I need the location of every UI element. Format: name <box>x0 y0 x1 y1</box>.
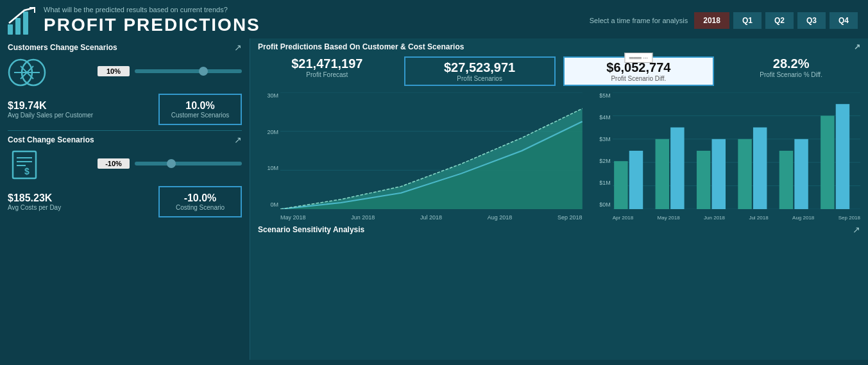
x-label-jun: Jun 2018 <box>351 214 375 221</box>
time-btn-2018[interactable]: 2018 <box>694 12 729 29</box>
time-btn-q3[interactable]: Q3 <box>797 12 826 29</box>
cost-metric-row: $185.23K Avg Costs per Day -10.0% Costin… <box>8 186 242 217</box>
receipt-icon: $ <box>8 149 46 181</box>
right-title-text: Profit Predictions Based On Customer & C… <box>258 42 464 51</box>
cost-metric-group: $185.23K Avg Costs per Day <box>8 192 61 211</box>
time-btn-q2[interactable]: Q2 <box>765 12 794 29</box>
by-label-5m: $5M <box>599 92 611 99</box>
kpi-profit-pct-diff: 28.2% Profit Scenario % Diff. <box>722 56 860 78</box>
line-chart-y-labels: 30M 20M 10M 0M <box>258 92 278 208</box>
y-label-10m: 10M <box>267 165 278 171</box>
svg-rect-35 <box>821 115 834 209</box>
kpi-profit-scenarios-label: Profit Scenarios <box>411 75 549 82</box>
svg-rect-34 <box>794 139 808 209</box>
cost-slider-track[interactable] <box>135 162 242 166</box>
bottom-title: Scenario Sensitivity Analysis <box>258 225 364 234</box>
customer-metric-label: Avg Daily Sales per Customer <box>8 112 93 119</box>
bx-label-may: May 2018 <box>658 215 680 221</box>
by-label-2m: $2M <box>599 158 611 164</box>
time-selector: Select a time frame for analysis 2018 Q1… <box>590 12 858 29</box>
header: What will be the predicted results based… <box>0 0 868 38</box>
bx-label-sep: Sep 2018 <box>838 215 860 221</box>
cost-slider-thumb[interactable] <box>167 159 176 168</box>
x-label-aug: Aug 2018 <box>488 214 513 221</box>
svg-rect-0 <box>8 24 13 35</box>
x-label-may: May 2018 <box>280 214 306 221</box>
header-text: What will be the predicted results based… <box>44 6 590 35</box>
header-title: PROFIT PREDICTIONS <box>44 15 590 35</box>
customer-scenario-label: Customer Scenarios <box>170 112 230 119</box>
kpi-profit-forecast: $21,471,197 Profit Forecast <box>258 56 396 78</box>
line-chart-area <box>280 92 583 209</box>
svg-rect-31 <box>738 139 751 209</box>
customer-scenario-pct: 10.0% <box>170 100 230 112</box>
svg-rect-30 <box>711 139 725 209</box>
cost-scenario-label: Costing Scenario <box>170 204 230 211</box>
divider-1 <box>8 130 242 131</box>
cost-slider-value: -10% <box>98 158 130 169</box>
time-btn-q4[interactable]: Q4 <box>830 12 858 29</box>
by-label-4m: $4M <box>599 114 611 121</box>
bar-chart-area <box>613 92 860 209</box>
kpi-profit-diff-label: Profit Scenario Diff. <box>570 75 708 82</box>
svg-rect-33 <box>779 151 792 209</box>
customer-slider-area: 10% <box>98 66 242 76</box>
by-label-1m: $1M <box>599 180 611 186</box>
tooltip-box: ═══ ··· <box>625 53 652 63</box>
customer-slider-value: 10% <box>98 66 130 76</box>
cost-area: $ -10% <box>8 149 242 181</box>
kpi-profit-diff: ═══ ··· $6,052,774 Profit Scenario Diff. <box>563 56 715 86</box>
profit-chart-icon <box>6 5 37 36</box>
trend-icon-bottom: ↗ <box>853 225 860 235</box>
header-subtitle: What will be the predicted results based… <box>44 6 590 13</box>
svg-text:$: $ <box>24 166 30 176</box>
y-label-30m: 30M <box>267 92 278 99</box>
bottom-section: Scenario Sensitivity Analysis ↗ <box>258 225 860 235</box>
svg-rect-32 <box>753 128 767 209</box>
bar-chart-x-labels: Apr 2018 May 2018 Jun 2018 Jul 2018 Aug … <box>613 215 860 221</box>
bx-label-jun: Jun 2018 <box>704 215 725 221</box>
customer-section-header: Customers Change Scenarios ↗ <box>8 42 242 53</box>
bar-chart: $5M $4M $3M $2M $1M $0M <box>590 92 860 221</box>
line-chart: 30M 20M 10M 0M <box>258 92 583 221</box>
y-label-0m: 0M <box>270 201 278 208</box>
svg-rect-1 <box>15 18 21 35</box>
by-label-3m: $3M <box>599 136 611 142</box>
cost-section-title: Cost Change Scenarios <box>8 135 94 144</box>
trend-icon-right: ↗ <box>854 42 860 51</box>
trend-icon-customer: ↗ <box>234 42 242 53</box>
tooltip-line: ═══ ··· <box>629 55 648 61</box>
kpi-profit-pct-diff-label: Profit Scenario % Diff. <box>722 71 860 78</box>
customer-slider-container: 10% <box>53 66 242 79</box>
trend-icon-cost: ↗ <box>234 135 242 145</box>
bx-label-aug: Aug 2018 <box>792 215 814 221</box>
handshake-icon <box>8 56 46 89</box>
kpi-row: $21,471,197 Profit Forecast $27,523,971 … <box>258 56 860 86</box>
kpi-profit-forecast-value: $21,471,197 <box>258 56 396 71</box>
cost-scenario-pct: -10.0% <box>170 192 230 204</box>
time-btn-q1[interactable]: Q1 <box>733 12 762 29</box>
customer-section-title: Customers Change Scenarios <box>8 43 117 52</box>
cost-metric-label: Avg Costs per Day <box>8 204 61 211</box>
svg-rect-26 <box>629 151 642 209</box>
bx-label-apr: Apr 2018 <box>613 215 633 221</box>
kpi-profit-forecast-label: Profit Forecast <box>258 71 396 78</box>
svg-rect-29 <box>697 151 710 209</box>
main-content: Customers Change Scenarios ↗ 10% <box>0 38 868 360</box>
cost-scenario-box: -10.0% Costing Scenario <box>158 186 242 217</box>
y-label-20m: 20M <box>267 129 278 135</box>
cost-section-header: Cost Change Scenarios ↗ <box>8 135 242 145</box>
customer-metric-row: $19.74K Avg Daily Sales per Customer 10.… <box>8 94 242 125</box>
customer-slider-track[interactable] <box>135 69 242 73</box>
x-label-sep: Sep 2018 <box>557 214 583 221</box>
cost-slider-area: -10% <box>98 158 242 169</box>
charts-row: 30M 20M 10M 0M <box>258 92 860 221</box>
customer-slider-thumb[interactable] <box>199 67 208 76</box>
svg-rect-28 <box>670 128 684 209</box>
bx-label-jul: Jul 2018 <box>749 215 768 221</box>
customer-scenario-box: 10.0% Customer Scenarios <box>158 94 242 125</box>
customer-metric-value: $19.74K <box>8 100 93 112</box>
cost-slider-container: -10% <box>53 158 242 171</box>
cost-metric-value: $185.23K <box>8 192 61 204</box>
customer-area: 10% <box>8 56 242 89</box>
